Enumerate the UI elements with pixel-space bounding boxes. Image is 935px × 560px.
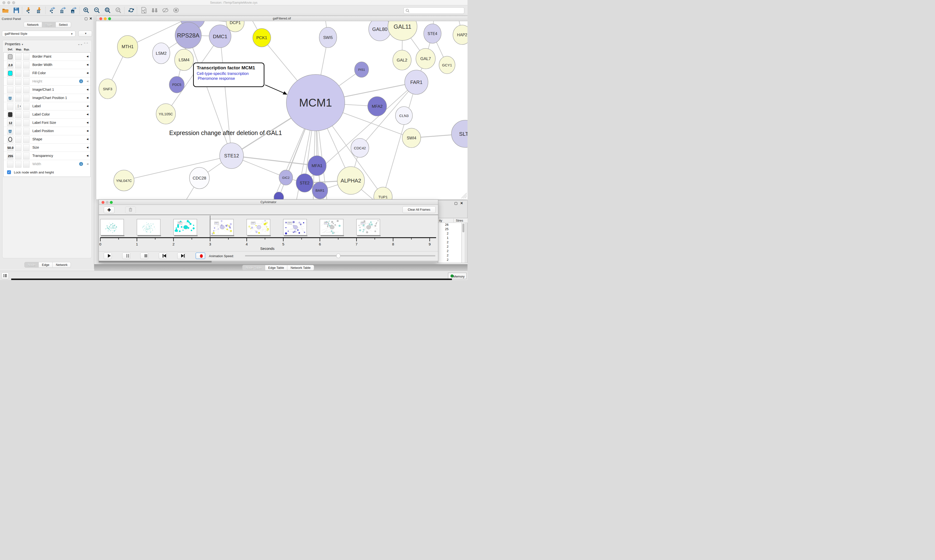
clear-all-frames-button[interactable]: Clear All Frames [403, 206, 436, 213]
property-row-size[interactable]: 50.0Size◀ [4, 143, 90, 152]
record-button[interactable] [196, 252, 205, 259]
default-value-cell[interactable] [7, 70, 13, 77]
property-row-image-chart-1[interactable]: Image/Chart 1◀ [4, 86, 90, 94]
network-node-far1[interactable]: FAR1 [405, 70, 428, 94]
import-network-icon[interactable] [25, 7, 32, 14]
default-value-cell[interactable] [7, 128, 13, 134]
mapping-cell[interactable] [15, 144, 22, 151]
skip-end-button[interactable] [177, 252, 185, 259]
table-row[interactable]: 25 [438, 227, 461, 232]
property-row-border-width[interactable]: 2.0Border Width◀ [4, 61, 90, 69]
close-panel-icon[interactable]: ✕ [460, 201, 463, 205]
mapping-cell[interactable] [15, 95, 22, 102]
export-image-icon[interactable] [70, 7, 77, 14]
hide-details-icon[interactable] [162, 7, 169, 14]
network-node-snf3[interactable]: SNF3 [99, 79, 116, 99]
network-node-yil105c[interactable]: YIL105C [156, 104, 176, 124]
mapping-cell[interactable] [15, 136, 22, 143]
tab-style[interactable]: Style [42, 22, 56, 28]
mapping-cell[interactable] [15, 161, 22, 168]
table-row[interactable]: 26 [438, 223, 461, 227]
network-node-gal80[interactable]: GAL80 [369, 21, 391, 41]
timeline-frame-7[interactable] [356, 219, 381, 236]
cyanimator-titlebar[interactable]: CyAnimator [99, 200, 438, 205]
property-row-label[interactable]: ⋮›Label◀ [4, 102, 90, 111]
tab-select[interactable]: Select [56, 22, 71, 28]
mapping-cell[interactable]: ⋮› [15, 103, 22, 110]
play-button[interactable] [104, 252, 112, 259]
default-value-cell[interactable]: 12 [7, 120, 13, 126]
expand-arrow-icon[interactable]: ◀ [86, 146, 88, 149]
zoom-out-icon[interactable] [94, 7, 101, 14]
network-node-hap2[interactable]: HAP2 [453, 25, 468, 45]
expand-arrow-icon[interactable]: ◀ [86, 63, 88, 66]
network-node-mfa2[interactable]: MFA2 [368, 97, 387, 116]
resize-grip-icon[interactable] [463, 195, 467, 198]
network-node-lsm2[interactable]: LSM2 [153, 43, 170, 64]
tab-network-table[interactable]: Network Table [287, 265, 314, 271]
timeline-frame-6[interactable] [320, 219, 344, 236]
bypass-cell[interactable] [23, 161, 29, 168]
mapping-cell[interactable] [15, 111, 22, 118]
float-panel-icon[interactable] [455, 202, 457, 205]
column-header[interactable]: ity [439, 219, 442, 222]
resize-grip-icon[interactable] [465, 196, 467, 198]
expand-arrow-icon[interactable]: ◀ [86, 80, 88, 83]
add-frame-button[interactable]: ✚ [104, 206, 114, 213]
skip-start-button[interactable] [159, 252, 167, 259]
mapping-cell[interactable] [15, 53, 22, 60]
expand-arrow-icon[interactable]: ◀ [86, 121, 88, 124]
network-node-lsm4[interactable]: LSM4 [174, 49, 194, 71]
canvas-caption[interactable]: Expression change after deletion of GAL1 [169, 129, 282, 136]
property-row-label-position[interactable]: Label Position◀ [4, 127, 90, 135]
table-scrollbar[interactable] [462, 223, 464, 263]
table-row[interactable]: 2 [438, 249, 461, 254]
timeline-frame-3[interactable] [210, 219, 234, 236]
float-panel-icon[interactable] [85, 17, 87, 20]
default-value-cell[interactable] [7, 95, 13, 102]
network-edge[interactable] [220, 36, 231, 156]
expand-arrow-icon[interactable]: ◀ [86, 154, 88, 157]
network-node-gal7[interactable]: GAL7 [416, 48, 435, 69]
export-network-icon[interactable] [49, 7, 56, 14]
mapping-cell[interactable] [15, 128, 22, 134]
bypass-cell[interactable] [23, 111, 29, 118]
expand-arrow-icon[interactable]: ◀ [86, 96, 88, 99]
search-input[interactable] [403, 7, 464, 14]
network-node-slt2[interactable]: SLT2 [451, 120, 468, 148]
cyanimator-timeline[interactable]: 0 1 2 3 4 5 6 7 8 9Seconds [99, 215, 438, 251]
timeline-frame-4[interactable] [247, 219, 271, 236]
collapse-all-icon[interactable]: ⌃⌃ [83, 42, 89, 46]
network-node-dmc1[interactable]: DMC1 [209, 25, 231, 48]
network-node-ste4[interactable]: STE4 [424, 24, 441, 43]
binoculars-icon[interactable] [151, 7, 158, 14]
mapping-cell[interactable] [15, 78, 22, 85]
timeline-frame-0[interactable] [100, 219, 124, 236]
default-value-cell[interactable]: 50.0 [7, 144, 13, 151]
expand-arrow-icon[interactable]: ◀ [86, 113, 88, 115]
default-value-cell[interactable] [7, 86, 13, 93]
style-selector[interactable]: galFiltered Style ▼ [2, 31, 76, 37]
network-node-pdc5[interactable]: PDC5 [169, 76, 184, 93]
properties-header[interactable]: Properties ▼ [5, 42, 24, 46]
zoom-in-icon[interactable] [83, 7, 90, 14]
network-edge[interactable] [124, 156, 231, 180]
tab-network[interactable]: Network [24, 22, 42, 28]
show-panels-button[interactable] [2, 272, 9, 279]
network-node-cln3[interactable]: CLN3 [395, 106, 412, 125]
animation-speed-slider[interactable] [245, 255, 435, 256]
zoom-fit-icon[interactable] [104, 7, 111, 14]
bypass-cell[interactable] [23, 86, 29, 93]
tab-network[interactable]: Network [52, 262, 71, 268]
network-edge[interactable] [188, 35, 231, 156]
bypass-cell[interactable] [23, 136, 29, 143]
property-row-label-color[interactable]: Label Color◀ [4, 111, 90, 119]
refresh-icon[interactable] [128, 7, 135, 14]
network-node-bar1[interactable]: BAR1 [312, 182, 328, 199]
memory-button[interactable]: Memory [448, 273, 466, 279]
network-node-mth1[interactable]: MTH1 [117, 35, 138, 58]
network-node-ste2[interactable]: STE2 [296, 174, 313, 192]
export-table-icon[interactable] [59, 7, 67, 14]
table-row[interactable]: 2 [438, 240, 461, 245]
import-table-icon[interactable] [36, 7, 43, 14]
